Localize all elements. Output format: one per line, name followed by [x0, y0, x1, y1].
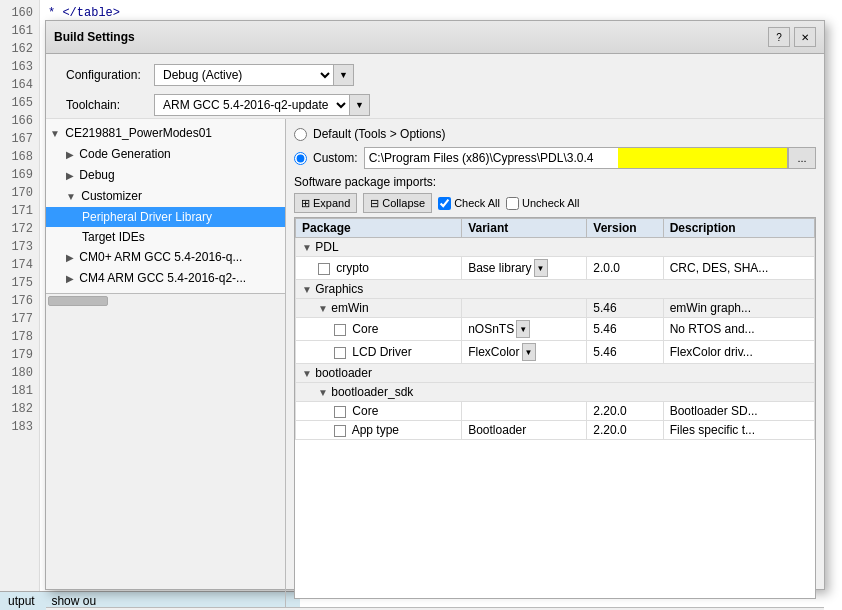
row-core-boot-version: 2.20.0	[587, 402, 663, 421]
apptype-checkbox[interactable]	[334, 425, 346, 437]
dialog-body: ▼ CE219881_PowerModes01 ▶ Code Generatio…	[46, 119, 824, 607]
table-row: Core 2.20.0 Bootloader SD...	[296, 402, 815, 421]
uncheck-all-wrapper: Uncheck All	[506, 197, 579, 210]
crypto-variant-value: Base library	[468, 261, 531, 275]
tree-item-cm0-label: CM0+ ARM GCC 5.4-2016-q...	[79, 250, 242, 264]
tree-item-code-gen-label: Code Generation	[79, 147, 170, 161]
collapse-icon: ⊟	[370, 197, 379, 210]
subgroup-emwin-label: ▼ emWin	[296, 299, 462, 318]
table-row: ▼ bootloader	[296, 364, 815, 383]
row-crypto-version: 2.0.0	[587, 257, 663, 280]
configuration-select-wrapper: Debug (Active) ▼	[154, 64, 354, 86]
output-label: utput	[8, 594, 35, 608]
col-variant: Variant	[462, 219, 587, 238]
help-button[interactable]: ?	[768, 27, 790, 47]
row-lcd-description: FlexColor driv...	[663, 341, 814, 364]
table-row: crypto Base library ▼ 2.0.0 CRC, DES, SH	[296, 257, 815, 280]
tree-item-cm0[interactable]: ▶ CM0+ ARM GCC 5.4-2016-q...	[46, 247, 285, 268]
col-version: Version	[587, 219, 663, 238]
emwin-description: emWin graph...	[663, 299, 814, 318]
close-button[interactable]: ✕	[794, 27, 816, 47]
expand-button[interactable]: ⊞ Expand	[294, 193, 357, 213]
dialog-title-bar: Build Settings ? ✕	[46, 21, 824, 54]
uncheck-all-label: Uncheck All	[522, 197, 579, 209]
lcd-checkbox[interactable]	[334, 347, 346, 359]
row-core-emwin-version: 5.46	[587, 318, 663, 341]
group-graphics-label: ▼ Graphics	[296, 280, 815, 299]
core-emwin-variant-dropdown[interactable]: ▼	[516, 320, 530, 338]
configuration-dropdown-arrow[interactable]: ▼	[334, 64, 354, 86]
custom-radio-row: Custom: ...	[294, 147, 816, 169]
col-description: Description	[663, 219, 814, 238]
tree-item-target-ides[interactable]: Target IDEs	[46, 227, 285, 247]
table-row: App type Bootloader 2.20.0 Files specifi…	[296, 421, 815, 440]
group-bootloader-label: ▼ bootloader	[296, 364, 815, 383]
config-section: Configuration: Debug (Active) ▼ Toolchai…	[46, 54, 824, 119]
line-numbers: 160 161 162 163 164 165 166 167 168 169 …	[0, 0, 40, 610]
tree-item-root[interactable]: ▼ CE219881_PowerModes01	[46, 123, 285, 144]
default-radio[interactable]	[294, 128, 307, 141]
row-core-boot-name: Core	[296, 402, 462, 421]
path-input-wrapper: ...	[364, 147, 816, 169]
configuration-row: Configuration: Debug (Active) ▼	[54, 58, 816, 88]
row-lcd-version: 5.46	[587, 341, 663, 364]
right-panel: Default (Tools > Options) Custom: ... So…	[286, 119, 824, 607]
row-apptype-name: App type	[296, 421, 462, 440]
subgroup-bootloader-sdk-label: ▼ bootloader_sdk	[296, 383, 815, 402]
tree-panel-container: ▼ CE219881_PowerModes01 ▶ Code Generatio…	[46, 119, 286, 607]
core-boot-checkbox[interactable]	[334, 406, 346, 418]
row-core-emwin-variant: nOSnTS ▼	[462, 318, 587, 341]
core-emwin-checkbox[interactable]	[334, 324, 346, 336]
toolchain-select[interactable]: ARM GCC 5.4-2016-q2-update	[154, 94, 350, 116]
row-lcd-variant: FlexColor ▼	[462, 341, 587, 364]
check-all-label: Check All	[454, 197, 500, 209]
toolchain-label: Toolchain:	[66, 98, 146, 112]
toolchain-select-wrapper: ARM GCC 5.4-2016-q2-update ▼	[154, 94, 370, 116]
table-row: Core nOSnTS ▼ 5.46 No RTOS and...	[296, 318, 815, 341]
package-table-wrapper: Package Variant Version Description ▼ PD…	[294, 217, 816, 599]
tree-item-cm4-label: CM4 ARM GCC 5.4-2016-q2-...	[79, 271, 246, 285]
crypto-variant-dropdown[interactable]: ▼	[534, 259, 548, 277]
configuration-label: Configuration:	[66, 68, 146, 82]
default-radio-row: Default (Tools > Options)	[294, 127, 816, 141]
toolchain-row: Toolchain: ARM GCC 5.4-2016-q2-update ▼	[54, 88, 816, 118]
collapse-button[interactable]: ⊟ Collapse	[363, 193, 432, 213]
dialog-title: Build Settings	[54, 30, 135, 44]
table-row: ▼ Graphics	[296, 280, 815, 299]
custom-path-input[interactable]	[364, 147, 788, 169]
default-radio-label: Default (Tools > Options)	[313, 127, 445, 141]
uncheck-all-checkbox[interactable]	[506, 197, 519, 210]
row-crypto-name: crypto	[296, 257, 462, 280]
custom-radio-label: Custom:	[313, 151, 358, 165]
lcd-variant-value: FlexColor	[468, 345, 519, 359]
tree-panel: ▼ CE219881_PowerModes01 ▶ Code Generatio…	[46, 119, 286, 293]
browse-button[interactable]: ...	[788, 147, 816, 169]
tree-item-debug[interactable]: ▶ Debug	[46, 165, 285, 186]
emwin-variant-empty	[462, 299, 587, 318]
tree-item-cm4[interactable]: ▶ CM4 ARM GCC 5.4-2016-q2-...	[46, 268, 285, 289]
toolchain-dropdown-arrow[interactable]: ▼	[350, 94, 370, 116]
tree-item-pdl[interactable]: Peripheral Driver Library	[46, 207, 285, 227]
custom-radio[interactable]	[294, 152, 307, 165]
row-core-boot-description: Bootloader SD...	[663, 402, 814, 421]
tree-item-debug-label: Debug	[79, 168, 114, 182]
lcd-variant-dropdown[interactable]: ▼	[522, 343, 536, 361]
row-core-emwin-name: Core	[296, 318, 462, 341]
configuration-select[interactable]: Debug (Active)	[154, 64, 334, 86]
tree-scroll-thumb[interactable]	[48, 296, 108, 306]
check-all-checkbox[interactable]	[438, 197, 451, 210]
package-table: Package Variant Version Description ▼ PD…	[295, 218, 815, 440]
table-row: ▼ PDL	[296, 238, 815, 257]
collapse-label: Collapse	[382, 197, 425, 209]
tree-item-customizer-label: Customizer	[81, 189, 142, 203]
tree-item-customizer[interactable]: ▼ Customizer	[46, 186, 285, 207]
emwin-version: 5.46	[587, 299, 663, 318]
tree-item-root-label: CE219881_PowerModes01	[65, 126, 212, 140]
row-lcd-name: LCD Driver	[296, 341, 462, 364]
tree-item-code-gen[interactable]: ▶ Code Generation	[46, 144, 285, 165]
row-apptype-description: Files specific t...	[663, 421, 814, 440]
tree-horizontal-scroll[interactable]	[46, 293, 285, 307]
row-crypto-description: CRC, DES, SHA...	[663, 257, 814, 280]
crypto-checkbox[interactable]	[318, 263, 330, 275]
core-emwin-variant-value: nOSnTS	[468, 322, 514, 336]
